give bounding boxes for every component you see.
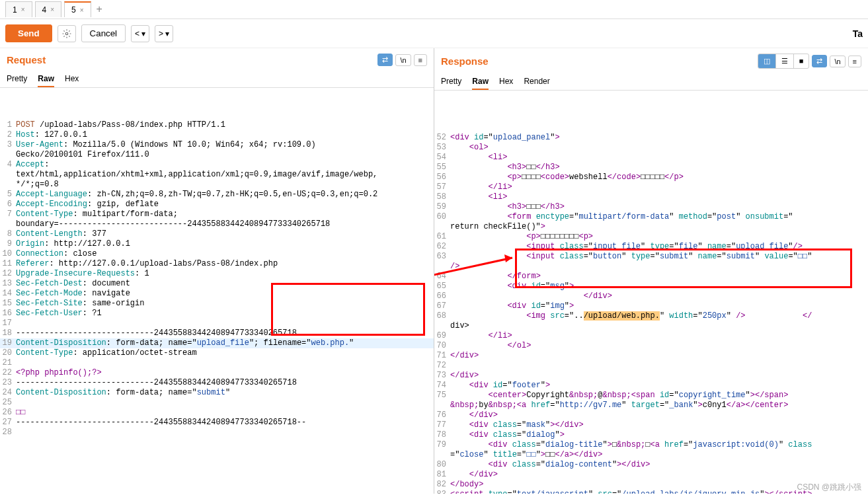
code-line: 8Content-Length: 377 bbox=[0, 229, 434, 239]
line-number: 2 bbox=[0, 130, 16, 140]
tab-label: 5 bbox=[71, 5, 76, 15]
line-content: Connection: close bbox=[16, 249, 434, 259]
code-line: 75 <center>Copyright&nbsp;@&nbsp;<span i… bbox=[434, 391, 868, 401]
subtab-raw[interactable]: Raw bbox=[38, 71, 54, 87]
code-line: 19Content-Disposition: form-data; name="… bbox=[0, 338, 434, 348]
line-number: 18 bbox=[0, 328, 16, 338]
cancel-button[interactable]: Cancel bbox=[81, 24, 126, 42]
line-number: 81 bbox=[434, 470, 450, 480]
line-number: 7 bbox=[0, 210, 16, 219]
request-code[interactable]: 1POST /upload-labs/Pass-08/index.php HTT… bbox=[0, 88, 434, 494]
line-content bbox=[16, 319, 434, 328]
line-number: 19 bbox=[0, 338, 16, 348]
code-line: 59 <h3>□□□</h3> bbox=[434, 202, 868, 212]
line-number: 74 bbox=[434, 381, 450, 391]
code-line: */*;q=0.8 bbox=[0, 180, 434, 190]
line-content: <input class="button" type="submit" name… bbox=[450, 252, 868, 262]
response-code[interactable]: 52<div id="upload_panel">53 <ol>54 <li>5… bbox=[434, 91, 868, 494]
session-tab[interactable]: 4× bbox=[35, 1, 62, 17]
line-content: Content-Type: multipart/form-data; bbox=[16, 210, 434, 219]
line-content: Content-Length: 377 bbox=[16, 229, 434, 239]
newline-toggle[interactable]: \n bbox=[830, 56, 845, 67]
line-content: </div> bbox=[450, 351, 868, 361]
code-line: 22<?php phpinfo();?> bbox=[0, 368, 434, 378]
code-line: 56 <p>□□□□<code>webshell</code>□□□□□</p> bbox=[434, 172, 868, 182]
subtab-render[interactable]: Render bbox=[524, 74, 549, 90]
line-content: <li> bbox=[450, 192, 868, 202]
subtab-raw[interactable]: Raw bbox=[472, 74, 489, 90]
session-tab[interactable]: 5× bbox=[64, 1, 91, 17]
subtab-pretty[interactable]: Pretty bbox=[441, 74, 461, 90]
line-number: 60 bbox=[434, 212, 450, 222]
line-number: 3 bbox=[0, 140, 16, 150]
line-number: 26 bbox=[0, 408, 16, 418]
menu-icon[interactable]: ≡ bbox=[848, 56, 861, 67]
line-number: 69 bbox=[434, 331, 450, 341]
close-icon[interactable]: × bbox=[80, 7, 84, 14]
line-number: 65 bbox=[434, 282, 450, 291]
wrap-icon[interactable]: ⇄ bbox=[377, 54, 393, 66]
line-number: 73 bbox=[434, 371, 450, 381]
line-number: 68 bbox=[434, 311, 450, 321]
subtab-hex[interactable]: Hex bbox=[499, 74, 513, 90]
response-pane: Response ◫ ☰ ■ ⇄ \n ≡ PrettyRawHexRender… bbox=[434, 48, 868, 494]
code-line: 61 <p>□□□□□□□□<p> bbox=[434, 232, 868, 242]
line-number: 63 bbox=[434, 252, 450, 262]
code-line: 11Referer: http://127.0.0.1/upload-labs/… bbox=[0, 259, 434, 269]
line-content: <div class="mask"></div> bbox=[450, 420, 868, 430]
layout-single-icon[interactable]: ■ bbox=[794, 54, 809, 68]
wrap-icon[interactable]: ⇄ bbox=[812, 55, 827, 67]
code-line: text/html,application/xhtml+xml,applicat… bbox=[0, 170, 434, 180]
request-title: Request bbox=[7, 54, 46, 65]
code-line: 54 <li> bbox=[434, 153, 868, 163]
newline-toggle[interactable]: \n bbox=[395, 54, 411, 66]
line-number: 21 bbox=[0, 358, 16, 368]
session-tab[interactable]: 1× bbox=[5, 1, 32, 17]
line-content: */*;q=0.8 bbox=[16, 180, 434, 190]
subtab-pretty[interactable]: Pretty bbox=[7, 71, 27, 87]
prev-button[interactable]: < ▾ bbox=[131, 25, 149, 42]
code-line: 62 <input class="input_file" type="file"… bbox=[434, 242, 868, 252]
line-number bbox=[434, 222, 450, 232]
code-line: 15Sec-Fetch-Site: same-origin bbox=[0, 299, 434, 309]
line-content: Sec-Fetch-Mode: navigate bbox=[16, 289, 434, 299]
code-line: 14Sec-Fetch-Mode: navigate bbox=[0, 289, 434, 299]
line-number: 61 bbox=[434, 232, 450, 242]
code-line: boundary=---------------------------2443… bbox=[0, 219, 434, 229]
line-number: 1 bbox=[0, 120, 16, 130]
code-line: 68 <img src="../upload/web.php." width="… bbox=[434, 311, 868, 321]
close-icon[interactable]: × bbox=[50, 6, 54, 13]
line-number: 10 bbox=[0, 249, 16, 259]
line-content: Sec-Fetch-Dest: document bbox=[16, 279, 434, 289]
line-content: </ol> bbox=[450, 341, 868, 351]
add-tab-button[interactable]: + bbox=[97, 3, 102, 15]
code-line: 71</div> bbox=[434, 351, 868, 361]
line-number bbox=[434, 262, 450, 272]
session-tabs: 1×4×5× + bbox=[0, 0, 868, 19]
menu-icon[interactable]: ≡ bbox=[414, 54, 427, 66]
send-button[interactable]: Send bbox=[5, 24, 52, 42]
close-icon[interactable]: × bbox=[21, 6, 25, 13]
line-content: User-Agent: Mozilla/5.0 (Windows NT 10.0… bbox=[16, 140, 434, 150]
line-number: 6 bbox=[0, 200, 16, 210]
layout-columns-icon[interactable]: ◫ bbox=[758, 54, 776, 68]
code-line: 77 <div class="mask"></div> bbox=[434, 420, 868, 430]
line-content: ="close" title="□□">□□</a></div> bbox=[450, 450, 868, 460]
line-number bbox=[0, 150, 16, 160]
line-number: 55 bbox=[434, 163, 450, 172]
line-number: 66 bbox=[434, 291, 450, 301]
line-content: <?php phpinfo();?> bbox=[16, 368, 434, 378]
code-line: div> bbox=[434, 321, 868, 331]
layout-toggle[interactable]: ◫ ☰ ■ bbox=[758, 54, 810, 69]
settings-icon[interactable] bbox=[58, 25, 76, 42]
code-line: &nbsp;by&nbsp;<a href="http://gv7.me" ta… bbox=[434, 401, 868, 410]
next-button[interactable]: > ▾ bbox=[155, 25, 173, 42]
layout-rows-icon[interactable]: ☰ bbox=[776, 54, 794, 68]
subtab-hex[interactable]: Hex bbox=[65, 71, 79, 87]
line-content: <ol> bbox=[450, 143, 868, 153]
line-number: 52 bbox=[434, 133, 450, 143]
line-number: 17 bbox=[0, 319, 16, 328]
line-number: 77 bbox=[434, 420, 450, 430]
line-content: <p>□□□□□□□□<p> bbox=[450, 232, 868, 242]
line-content: <div class="dialog-content"></div> bbox=[450, 460, 868, 470]
